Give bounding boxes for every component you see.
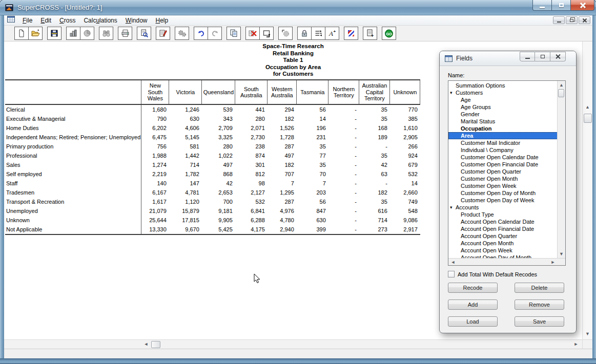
remove-button[interactable]: Remove bbox=[515, 299, 564, 310]
data-cell[interactable]: 874 bbox=[235, 151, 268, 160]
data-cell[interactable]: 630 bbox=[297, 216, 328, 225]
data-cell[interactable]: 2,730 bbox=[235, 133, 268, 142]
fields-list[interactable]: Summation Options▾CustomersAgeAge Groups… bbox=[448, 80, 566, 266]
delete-button[interactable]: Delete bbox=[515, 283, 564, 293]
column-header[interactable]: Tasmania bbox=[297, 80, 328, 104]
row-label[interactable]: Primary production bbox=[5, 142, 141, 151]
field-item[interactable]: Age bbox=[448, 96, 558, 103]
data-cell[interactable]: 196 bbox=[297, 123, 328, 133]
data-cell[interactable]: 17,815 bbox=[169, 216, 202, 225]
data-cell[interactable]: 70 bbox=[297, 169, 328, 179]
data-cell[interactable]: 35 bbox=[359, 197, 390, 206]
data-cell[interactable]: 9,670 bbox=[169, 225, 202, 234]
data-cell[interactable]: 1,442 bbox=[169, 151, 202, 160]
data-cell[interactable]: 3,325 bbox=[202, 133, 235, 142]
data-cell[interactable]: 4,780 bbox=[268, 216, 297, 225]
data-cell[interactable]: 25,644 bbox=[141, 216, 169, 225]
row-label[interactable]: Independent Means; Retired; Pensioner; U… bbox=[5, 133, 141, 142]
column-header[interactable]: Western Australia bbox=[268, 80, 297, 104]
data-cell[interactable]: 140 bbox=[141, 179, 169, 188]
edit-annotations-button[interactable] bbox=[156, 27, 170, 40]
column-header[interactable]: Victoria bbox=[169, 80, 202, 104]
data-cell[interactable]: 714 bbox=[359, 216, 390, 225]
data-cell[interactable]: 539 bbox=[202, 104, 235, 114]
field-item[interactable]: Occupation bbox=[448, 125, 558, 132]
dialog-close-button[interactable] bbox=[550, 52, 566, 61]
field-item[interactable]: Customer Open Week bbox=[448, 182, 558, 189]
delete-field-button[interactable] bbox=[245, 27, 260, 40]
data-cell[interactable]: 2,653 bbox=[202, 188, 235, 197]
data-cell[interactable]: - bbox=[328, 216, 359, 225]
data-cell[interactable]: 35 bbox=[297, 160, 328, 169]
data-cell[interactable]: 77 bbox=[297, 151, 328, 160]
scroll-down-icon[interactable]: ▼ bbox=[583, 332, 592, 336]
row-label[interactable]: Clerical bbox=[5, 104, 141, 114]
data-cell[interactable]: 532 bbox=[390, 169, 420, 179]
data-cell[interactable]: 1,728 bbox=[268, 133, 297, 142]
row-label[interactable]: Sales bbox=[5, 160, 141, 169]
data-cell[interactable]: 2,071 bbox=[235, 123, 268, 133]
row-label[interactable]: Unemployed bbox=[5, 206, 141, 216]
data-cell[interactable]: 9,905 bbox=[202, 216, 235, 225]
fields-list-hscrollbar[interactable]: ◄ ► bbox=[448, 258, 566, 265]
column-header[interactable]: Northern Territory bbox=[328, 80, 359, 104]
mdi-close-button[interactable] bbox=[579, 16, 590, 24]
data-cell[interactable]: 2,660 bbox=[390, 188, 420, 197]
data-cell[interactable]: 1,988 bbox=[141, 151, 169, 160]
data-cell[interactable]: 5,425 bbox=[202, 225, 235, 234]
data-cell[interactable]: 1,782 bbox=[169, 169, 202, 179]
field-item[interactable]: Account Open Calendar Date bbox=[448, 218, 558, 225]
add-table-button[interactable]: + bbox=[363, 27, 377, 40]
data-cell[interactable]: 6,288 bbox=[235, 216, 268, 225]
data-cell[interactable]: 13,330 bbox=[141, 225, 169, 234]
data-cell[interactable]: 203 bbox=[297, 188, 328, 197]
data-cell[interactable]: 294 bbox=[268, 104, 297, 114]
data-cell[interactable]: 266 bbox=[390, 142, 420, 151]
data-cell[interactable]: 280 bbox=[202, 142, 235, 151]
data-cell[interactable]: - bbox=[328, 188, 359, 197]
data-cell[interactable]: 147 bbox=[169, 179, 202, 188]
menu-file[interactable]: File bbox=[18, 15, 36, 26]
field-item[interactable]: Customer Open Quarter bbox=[448, 168, 558, 175]
data-cell[interactable]: 1,610 bbox=[390, 123, 420, 133]
new-table-button[interactable] bbox=[14, 27, 29, 40]
data-cell[interactable]: 749 bbox=[390, 197, 420, 206]
data-cell[interactable]: 5,145 bbox=[169, 133, 202, 142]
data-cell[interactable]: 6,167 bbox=[141, 188, 169, 197]
data-cell[interactable]: - bbox=[328, 123, 359, 133]
data-cell[interactable]: 581 bbox=[169, 142, 202, 151]
data-cell[interactable]: - bbox=[328, 206, 359, 216]
data-cell[interactable]: 1,617 bbox=[141, 197, 169, 206]
scroll-right-icon[interactable]: ► bbox=[572, 342, 580, 347]
horizontal-scroll-thumb[interactable] bbox=[151, 341, 160, 348]
data-cell[interactable]: 399 bbox=[297, 225, 328, 234]
menu-calculations[interactable]: Calculations bbox=[79, 15, 121, 26]
fields-scroll-left-icon[interactable]: ◄ bbox=[450, 260, 456, 265]
data-cell[interactable]: 1,680 bbox=[141, 104, 169, 114]
data-cell[interactable]: 385 bbox=[390, 114, 420, 123]
data-cell[interactable]: 98 bbox=[235, 179, 268, 188]
menu-cross[interactable]: Cross bbox=[55, 15, 79, 26]
field-item[interactable]: Age Groups bbox=[448, 103, 558, 111]
data-cell[interactable]: - bbox=[328, 197, 359, 206]
font-increase-button[interactable]: A+ bbox=[325, 27, 339, 40]
data-cell[interactable]: - bbox=[328, 225, 359, 234]
menu-window[interactable]: Window bbox=[121, 15, 152, 26]
row-label[interactable]: Executive & Managerial bbox=[5, 114, 141, 123]
vertical-scrollbar[interactable]: ▲ ▼ bbox=[582, 41, 592, 339]
data-cell[interactable]: 273 bbox=[359, 225, 390, 234]
data-cell[interactable]: - bbox=[328, 160, 359, 169]
data-cell[interactable]: 700 bbox=[202, 197, 235, 206]
data-cell[interactable]: 6,475 bbox=[141, 133, 169, 142]
data-cell[interactable]: 189 bbox=[359, 133, 390, 142]
data-cell[interactable]: 35 bbox=[297, 142, 328, 151]
data-cell[interactable]: 707 bbox=[268, 169, 297, 179]
field-item[interactable]: Summation Options bbox=[448, 82, 558, 89]
data-cell[interactable]: 2,219 bbox=[141, 169, 169, 179]
data-cell[interactable]: - bbox=[328, 142, 359, 151]
minimize-button[interactable] bbox=[532, 0, 552, 11]
data-cell[interactable]: 238 bbox=[235, 142, 268, 151]
fields-dialog-titlebar[interactable]: Fields bbox=[440, 51, 576, 66]
data-cell[interactable]: 847 bbox=[297, 206, 328, 216]
data-cell[interactable]: 301 bbox=[235, 160, 268, 169]
